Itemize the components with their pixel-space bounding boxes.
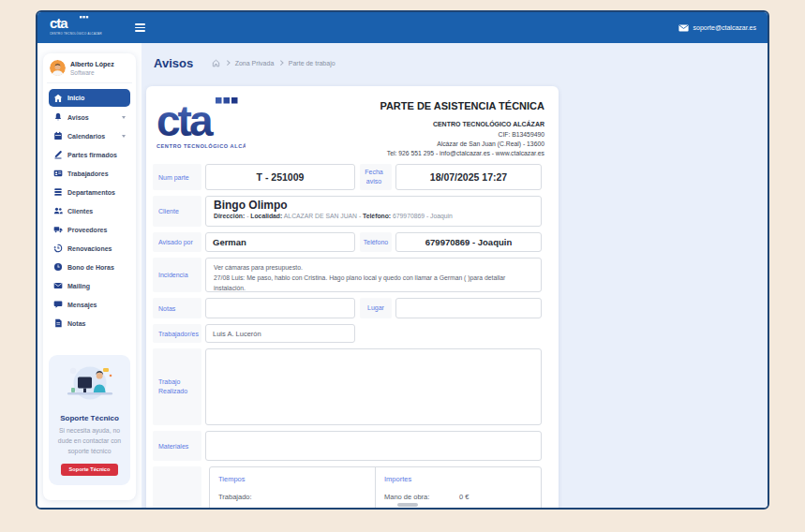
sidebar-item-label: Trabajadores: [67, 170, 109, 177]
row-notas: Notas Lugar: [153, 298, 542, 318]
menu-toggle-icon[interactable]: [135, 22, 145, 34]
telefono-label: Teléfono: [360, 232, 392, 252]
sidebar-item-partes-firmados[interactable]: Partes firmados: [49, 147, 130, 162]
calendar-icon: [53, 131, 63, 140]
sidebar-item-notas[interactable]: Notas: [49, 316, 130, 331]
cliente-field[interactable]: Bingo Olimpo Dirección: - Localidad: ALC…: [205, 196, 542, 227]
signature-icon: [53, 150, 63, 159]
cta-logo: cta CENTRO TECNOLÓGICO ALCÁZAR: [156, 94, 246, 152]
sidebar-item-bono-de-horas[interactable]: Bono de Horas: [49, 259, 130, 274]
users-icon: [53, 206, 63, 215]
materiales-field[interactable]: [205, 431, 542, 461]
row-materiales: Materiales: [153, 431, 542, 461]
notas-field[interactable]: [205, 298, 355, 318]
tiempos-importes-label-cell: [153, 466, 201, 508]
svg-text:cta: cta: [50, 15, 68, 31]
incidencia-field[interactable]: Ver cámaras para presupuesto. 27/08 Luis…: [205, 258, 542, 292]
sidebar-item-label: Bono de Horas: [67, 264, 114, 271]
mano-de-obra-value: 0 €: [459, 493, 469, 501]
support-email-text: soporte@ctalcazar.es: [693, 24, 756, 31]
avisado-por-field[interactable]: German: [205, 232, 355, 252]
sidebar: Alberto López Software Inicio: [37, 43, 142, 508]
breadcrumb-item-parte-de-trabajo[interactable]: Parte de trabajo: [289, 60, 335, 66]
envelope-icon: [678, 24, 689, 32]
breadcrumb-item-zona-privada[interactable]: Zona Privada: [235, 60, 275, 66]
lugar-label: Lugar: [360, 298, 392, 318]
envelope-icon: [53, 281, 63, 290]
document-company: CENTRO TECNOLÓGICO ALCÁZAR: [380, 120, 544, 130]
user-name: Alberto López: [70, 60, 114, 68]
home-icon[interactable]: [212, 59, 220, 67]
document-address: Alcázar de San Juan (C.Real) - 13600: [380, 140, 544, 149]
breadcrumb-separator-icon: [279, 61, 284, 66]
layers-icon: [53, 187, 63, 197]
horizontal-scrollbar-thumb[interactable]: [397, 503, 418, 507]
sidebar-item-mailing[interactable]: Mailing: [49, 278, 130, 293]
sidebar-item-trabajadores[interactable]: Trabajadores: [49, 166, 130, 181]
document-header: cta CENTRO TECNOLÓGICO ALCÁZAR PARTE DE …: [146, 94, 559, 154]
tiempos-importes-table: Tiempos Trabajado: Importes Mano de obra…: [209, 466, 542, 508]
row-trabajadores: Trabajador/es Luis A. Lucerón: [153, 324, 542, 343]
row-tiempos-importes: Tiempos Trabajado: Importes Mano de obra…: [153, 466, 542, 508]
sidebar-item-label: Proveedores: [67, 227, 107, 233]
fecha-aviso-field[interactable]: 18/07/2025 17:27: [395, 164, 542, 190]
sidebar-item-departamentos[interactable]: Departamentos: [49, 185, 130, 200]
sidebar-item-label: Partes firmados: [67, 152, 117, 158]
cta-logo-white: cta CENTRO TECNOLÓGICO ALCÁZAR: [49, 14, 103, 38]
sidebar-item-calendarios[interactable]: Calendarios: [49, 128, 130, 143]
support-email-link[interactable]: soporte@ctalcazar.es: [678, 24, 756, 32]
cliente-name: Bingo Olimpo: [214, 199, 533, 212]
trabajo-realizado-field[interactable]: [205, 348, 542, 425]
sidebar-item-proveedores[interactable]: Proveedores: [49, 222, 130, 237]
sidebar-item-label: Calendarios: [67, 133, 105, 140]
lugar-field[interactable]: [395, 298, 542, 318]
sidebar-item-label: Notas: [67, 320, 85, 327]
telefono-field[interactable]: 679970869 - Joaquin: [395, 232, 542, 252]
user-profile[interactable]: Alberto López Software: [49, 60, 130, 76]
sidebar-item-label: Mailing: [67, 283, 90, 289]
document-contact: Tel: 926 551 295 - info@ctalcazar.es - w…: [380, 149, 544, 158]
app-logo[interactable]: cta CENTRO TECNOLÓGICO ALCÁZAR: [49, 14, 105, 42]
row-incidencia: Incidencia Ver cámaras para presupuesto.…: [153, 258, 542, 292]
sidebar-item-label: Renovaciones: [67, 245, 112, 252]
support-button[interactable]: Soporte Técnico: [61, 464, 119, 476]
svg-text:CENTRO TECNOLÓGICO ALCÁZAR: CENTRO TECNOLÓGICO ALCÁZAR: [157, 142, 246, 149]
svg-text:cta: cta: [157, 96, 214, 145]
fecha-aviso-label: Fecha aviso: [360, 164, 392, 190]
topbar: cta CENTRO TECNOLÓGICO ALCÁZAR soporte@c…: [37, 12, 768, 43]
page-title: Avisos: [154, 56, 193, 70]
sidebar-item-renovaciones[interactable]: Renovaciones: [49, 241, 130, 256]
tiempos-title: Tiempos: [218, 475, 366, 483]
sidebar-card: Alberto López Software Inicio: [43, 53, 136, 500]
sidebar-nav: Inicio Avisos: [49, 89, 130, 334]
history-icon: [53, 244, 63, 253]
sidebar-item-label: Mensajes: [67, 302, 97, 308]
row-trabajo-realizado: Trabajo Realizado: [153, 348, 542, 425]
sidebar-item-mensajes[interactable]: Mensajes: [49, 297, 130, 312]
home-icon: [53, 94, 63, 103]
num-parte-field[interactable]: T - 251009: [205, 164, 355, 190]
breadcrumb: Zona Privada Parte de trabajo: [212, 59, 335, 67]
truck-icon: [53, 225, 63, 234]
tiempos-column: Tiempos Trabajado:: [210, 467, 376, 508]
desktop-background: cta CENTRO TECNOLÓGICO ALCÁZAR soporte@c…: [0, 0, 805, 532]
materiales-label: Materiales: [153, 431, 201, 461]
user-role: Software: [70, 69, 114, 76]
app-window: cta CENTRO TECNOLÓGICO ALCÁZAR soporte@c…: [36, 10, 769, 510]
trabajadores-field[interactable]: Luis A. Lucerón: [205, 324, 355, 343]
sidebar-item-clientes[interactable]: Clientes: [49, 203, 130, 218]
sidebar-item-avisos[interactable]: Avisos: [49, 110, 130, 125]
cliente-label: Cliente: [153, 196, 201, 227]
document-title: PARTE DE ASISTENCIA TÉCNICA: [380, 100, 544, 111]
sidebar-item-label: Avisos: [67, 114, 89, 121]
svg-text:CENTRO TECNOLÓGICO ALCÁZAR: CENTRO TECNOLÓGICO ALCÁZAR: [50, 30, 102, 35]
importes-title: Importes: [384, 475, 532, 483]
breadcrumb-separator-icon: [225, 61, 230, 66]
chevron-down-icon: [122, 135, 126, 138]
row-num-parte: Num parte T - 251009 Fecha aviso 18/07/2…: [153, 164, 542, 190]
num-parte-label: Num parte: [153, 164, 201, 190]
sidebar-item-inicio[interactable]: Inicio: [49, 89, 130, 107]
trabajadores-label: Trabajador/es: [153, 324, 201, 343]
trabajo-realizado-label: Trabajo Realizado: [153, 348, 201, 425]
note-icon: [53, 318, 63, 328]
